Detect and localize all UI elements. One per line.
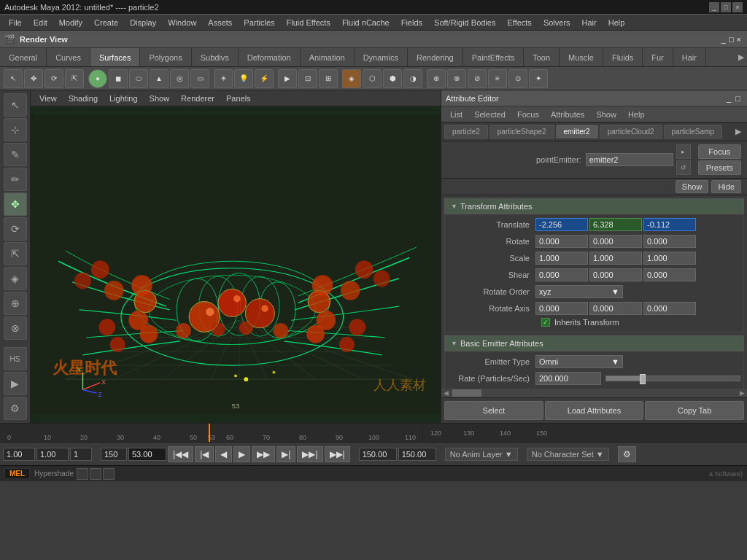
- icon-cone[interactable]: ▲: [150, 69, 169, 88]
- menu-solvers[interactable]: Solvers: [538, 17, 576, 28]
- ae-scroll-right-arrow[interactable]: ▶: [738, 389, 747, 397]
- minimize-button[interactable]: _: [709, 2, 719, 12]
- shear-z[interactable]: [643, 268, 696, 281]
- vp-menu-view[interactable]: View: [34, 93, 63, 104]
- current-frame-field[interactable]: [128, 448, 166, 461]
- menu-assets[interactable]: Assets: [202, 17, 238, 28]
- menu-file[interactable]: File: [3, 17, 28, 28]
- menu-display[interactable]: Display: [124, 17, 162, 28]
- tab-subdivs[interactable]: Subdivs: [192, 48, 239, 67]
- viewport[interactable]: View Shading Lighting Show Renderer Pane…: [31, 90, 441, 423]
- load-attributes-button[interactable]: Load Attributes: [545, 401, 644, 420]
- ae-scroll-left-arrow[interactable]: ◀: [441, 389, 451, 397]
- icon-sphere[interactable]: ●: [88, 69, 107, 88]
- maximize-button[interactable]: □: [721, 2, 731, 12]
- vp-menu-renderer[interactable]: Renderer: [175, 93, 220, 104]
- icon-rotate[interactable]: ⟳: [44, 69, 63, 88]
- icon-torus[interactable]: ◎: [170, 69, 189, 88]
- ae-menu-help[interactable]: Help: [622, 109, 651, 120]
- rate-slider-handle[interactable]: [640, 374, 646, 384]
- viewport-canvas[interactable]: X Y Z 53 火星时代 人人素材: [31, 106, 441, 423]
- playback-range-start[interactable]: [36, 448, 69, 461]
- tool-render[interactable]: ▶: [4, 372, 27, 395]
- pb-prev-frame[interactable]: ◀: [215, 446, 232, 462]
- tab-rendering[interactable]: Rendering: [408, 48, 463, 67]
- tab-fluids[interactable]: Fluids: [603, 48, 643, 67]
- ae-reset-btn[interactable]: ↺: [676, 160, 691, 175]
- tool-measure[interactable]: ⊗: [4, 316, 27, 340]
- icon-render3[interactable]: ⊞: [319, 69, 338, 88]
- hide-button[interactable]: Hide: [711, 180, 741, 193]
- vp-menu-shading[interactable]: Shading: [63, 93, 104, 104]
- tab-muscle[interactable]: Muscle: [560, 48, 603, 67]
- pb-jump-end[interactable]: ▶▶|: [325, 446, 350, 462]
- tab-deformation[interactable]: Deformation: [239, 48, 301, 67]
- status-icon1[interactable]: [77, 468, 88, 480]
- copy-tab-button[interactable]: Copy Tab: [645, 401, 744, 420]
- menu-fluid-ncache[interactable]: Fluid nCache: [336, 17, 395, 28]
- ae-minimize[interactable]: _: [727, 94, 731, 103]
- tab-surfaces[interactable]: Surfaces: [90, 48, 140, 67]
- icon-shader1[interactable]: ◈: [342, 69, 361, 88]
- icon-misc1[interactable]: ⊘: [468, 69, 487, 88]
- ae-maximize[interactable]: □: [735, 94, 740, 103]
- pb-play-back[interactable]: ▶: [233, 446, 250, 462]
- tab-toon[interactable]: Toon: [524, 48, 560, 67]
- close-button[interactable]: ×: [732, 2, 743, 12]
- ae-scroll-thumb[interactable]: [452, 389, 481, 397]
- timeline-playhead[interactable]: [209, 424, 210, 443]
- rv-close[interactable]: ×: [737, 35, 741, 44]
- menu-modify[interactable]: Modify: [53, 17, 88, 28]
- pb-prev-key[interactable]: |◀: [195, 446, 214, 462]
- translate-x[interactable]: [535, 218, 588, 231]
- menu-particles[interactable]: Particles: [238, 17, 280, 28]
- rv-maximize[interactable]: □: [729, 35, 734, 44]
- menu-help[interactable]: Help: [603, 17, 631, 28]
- icon-cube[interactable]: ◼: [109, 69, 128, 88]
- tab-scroll-right[interactable]: ▶: [735, 52, 747, 62]
- icon-uv1[interactable]: ⊕: [427, 69, 446, 88]
- shear-y[interactable]: [589, 268, 642, 281]
- icon-shader2[interactable]: ⬡: [363, 69, 382, 88]
- icon-misc3[interactable]: ⊙: [508, 69, 527, 88]
- scale-y[interactable]: [589, 252, 642, 265]
- menu-effects[interactable]: Effects: [501, 17, 537, 28]
- vp-menu-lighting[interactable]: Lighting: [104, 93, 144, 104]
- pb-next-key[interactable]: ▶▶|: [297, 446, 322, 462]
- tab-polygons[interactable]: Polygons: [140, 48, 191, 67]
- rate-field[interactable]: [535, 372, 601, 385]
- menu-fluid-effects[interactable]: Fluid Effects: [281, 17, 336, 28]
- icon-cylinder[interactable]: ⬭: [129, 69, 148, 88]
- ae-tab-particle2[interactable]: particle2: [444, 125, 488, 139]
- scale-x[interactable]: [535, 252, 588, 265]
- menu-soft-rigid[interactable]: Soft/Rigid Bodies: [428, 17, 501, 28]
- icon-misc2[interactable]: ≡: [488, 69, 507, 88]
- tool-snap[interactable]: ⊕: [4, 292, 27, 315]
- pb-jump-start[interactable]: |◀◀: [168, 446, 193, 462]
- pb-next-frame[interactable]: ▶|: [276, 446, 295, 462]
- translate-z[interactable]: [643, 218, 696, 231]
- rotate-order-dropdown[interactable]: xyz ▼: [535, 285, 623, 298]
- pb-time-end[interactable]: [398, 448, 436, 461]
- status-icon2[interactable]: [90, 468, 101, 480]
- icon-shader4[interactable]: ◑: [403, 69, 422, 88]
- ae-menu-selected[interactable]: Selected: [468, 109, 511, 120]
- tool-paint[interactable]: ✎: [4, 143, 27, 166]
- icon-select[interactable]: ↖: [4, 69, 23, 88]
- pb-play-forward[interactable]: ▶▶: [252, 446, 275, 462]
- tab-hair[interactable]: Hair: [673, 48, 706, 67]
- transform-section-header[interactable]: ▼ Transform Attributes: [444, 198, 744, 214]
- ae-menu-attributes[interactable]: Attributes: [545, 109, 590, 120]
- icon-light2[interactable]: 💡: [234, 69, 253, 88]
- anim-layer-dropdown[interactable]: No Anim Layer ▼: [445, 448, 518, 461]
- playback-frame[interactable]: [70, 448, 92, 461]
- rotate-axis-z[interactable]: [643, 302, 696, 315]
- tool-brush[interactable]: ✏: [4, 168, 27, 191]
- playback-start-field[interactable]: [3, 448, 35, 461]
- inherits-transform-checkbox[interactable]: ✓: [541, 318, 550, 327]
- tab-general[interactable]: General: [0, 48, 47, 67]
- point-emitter-input[interactable]: [586, 153, 673, 166]
- playback-mid-field[interactable]: [101, 448, 127, 461]
- icon-render2[interactable]: ⊡: [298, 69, 317, 88]
- tool-settings[interactable]: ⚙: [4, 397, 27, 420]
